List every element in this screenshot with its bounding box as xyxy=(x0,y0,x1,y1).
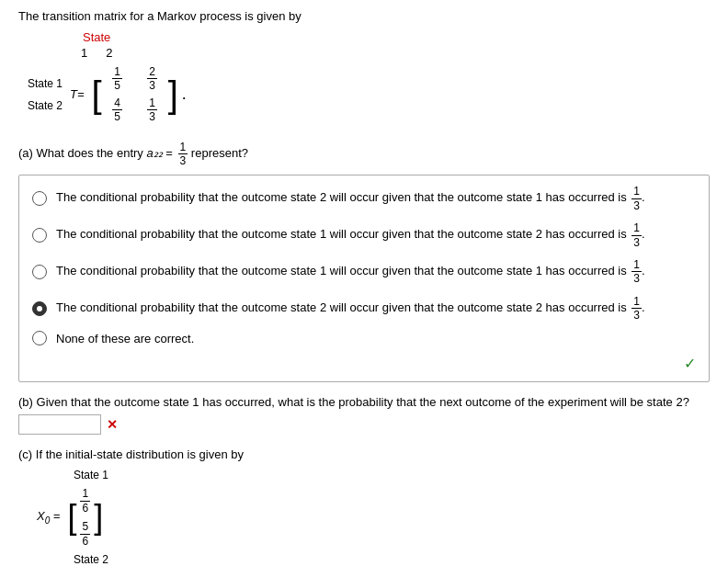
state-header-label: State xyxy=(83,30,110,44)
col2-label: 2 xyxy=(106,46,112,60)
part-c-label: (c) xyxy=(18,447,32,461)
option-1-radio[interactable] xyxy=(32,191,47,206)
option-5-text: None of these are correct. xyxy=(56,332,696,345)
option-2-frac: 1 3 xyxy=(631,221,642,249)
part-a-question: (a) What does the entry a₂₂ = 1 3 repres… xyxy=(18,141,710,168)
part-b-input-row: ✕ xyxy=(18,414,710,435)
x0-label: X0 = xyxy=(37,509,60,526)
option-1-text: The conditional probability that the out… xyxy=(56,185,696,212)
part-a-entry-frac: 1 3 xyxy=(178,141,188,168)
x0-bracket-right: ] xyxy=(94,501,103,534)
option-3-text: The conditional probability that the out… xyxy=(56,258,696,286)
x0-state1-label: State 1 xyxy=(74,469,108,481)
x0-state2-label: State 2 xyxy=(74,553,108,566)
x0-bracket-left: [ xyxy=(67,501,76,534)
matrix-section: State 1 2 State 1 State 2 T= [ 1 5 xyxy=(28,30,710,128)
x0-cell-1: 1 6 xyxy=(80,487,90,515)
part-b-text: Given that the outcome state 1 has occur… xyxy=(37,395,689,409)
option-2-text: The conditional probability that the out… xyxy=(56,221,696,249)
x0-cells: 1 6 5 6 xyxy=(76,483,94,551)
x0-section: State 1 X0 = [ 1 6 5 6 ] State 2 xyxy=(37,469,710,566)
x0-cell-2: 5 6 xyxy=(80,520,90,548)
part-a: (a) What does the entry a₂₂ = 1 3 repres… xyxy=(18,141,710,383)
option-4-frac: 1 3 xyxy=(631,295,642,323)
cell-21: 4 5 xyxy=(104,96,131,124)
option-5-radio[interactable] xyxy=(32,331,47,345)
part-b: (b) Given that the outcome state 1 has o… xyxy=(18,395,710,435)
part-a-equals: = xyxy=(165,146,176,160)
option-4-text: The conditional probability that the out… xyxy=(56,295,696,323)
intro-text: The transition matrix for a Markov proce… xyxy=(18,9,710,23)
option-4-row[interactable]: The conditional probability that the out… xyxy=(32,295,696,323)
option-3-frac: 1 3 xyxy=(631,258,642,286)
part-b-label: (b) xyxy=(18,395,33,409)
option-5-row[interactable]: None of these are correct. xyxy=(32,331,696,345)
cell-11: 1 5 xyxy=(104,65,131,93)
matrix-label: T= xyxy=(70,87,85,101)
option-3-row[interactable]: The conditional probability that the out… xyxy=(32,258,696,286)
part-a-label: (a) xyxy=(18,146,33,160)
part-a-prefix: What does the entry xyxy=(37,146,147,160)
option-4-radio[interactable] xyxy=(32,301,47,316)
part-b-input[interactable] xyxy=(18,414,101,435)
option-2-row[interactable]: The conditional probability that the out… xyxy=(32,221,696,249)
matrix-cells: 1 5 2 3 4 5 1 3 xyxy=(102,62,168,128)
col1-label: 1 xyxy=(81,46,87,60)
part-a-entry: a₂₂ xyxy=(146,146,162,160)
row2-label: State 2 xyxy=(28,99,63,112)
option-1-row[interactable]: The conditional probability that the out… xyxy=(32,185,696,212)
bracket-left: [ xyxy=(92,76,102,113)
check-mark: ✓ xyxy=(32,355,696,372)
option-2-radio[interactable] xyxy=(32,228,47,243)
cell-22: 1 3 xyxy=(139,96,166,124)
part-b-question: (b) Given that the outcome state 1 has o… xyxy=(18,395,710,409)
period: . xyxy=(182,85,187,104)
option-3-radio[interactable] xyxy=(32,265,47,279)
bracket-right: ] xyxy=(168,76,178,113)
part-c-question: (c) If the initial-state distribution is… xyxy=(18,447,710,461)
part-b-error-icon: ✕ xyxy=(107,417,118,432)
row1-label: State 1 xyxy=(28,77,63,90)
part-a-end: represent? xyxy=(191,146,248,160)
part-c-text: If the initial-state distribution is giv… xyxy=(36,447,244,461)
part-c: (c) If the initial-state distribution is… xyxy=(18,447,710,566)
options-box: The conditional probability that the out… xyxy=(18,175,710,382)
option-1-frac: 1 3 xyxy=(631,185,642,212)
cell-12: 2 3 xyxy=(139,65,166,93)
